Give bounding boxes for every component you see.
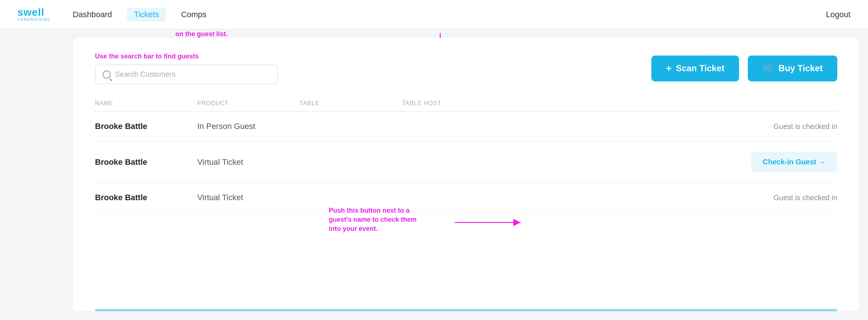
toolbar: Use the search bar to find guests Search… bbox=[95, 53, 837, 84]
scroll-indicator bbox=[95, 309, 837, 311]
guest-product-2: Virtual Ticket bbox=[197, 157, 300, 167]
col-action bbox=[548, 100, 837, 107]
guest-product-3: Virtual Ticket bbox=[197, 193, 300, 202]
search-box[interactable]: Search Customers bbox=[95, 65, 278, 84]
checked-in-label-1: Guest is checked in bbox=[773, 122, 837, 130]
sidebar bbox=[0, 29, 73, 320]
col-host: TABLE HOST bbox=[402, 100, 548, 107]
cart-icon: 🛒 bbox=[762, 63, 774, 74]
checked-in-label-3: Guest is checked in bbox=[773, 194, 837, 202]
nav-tickets[interactable]: Tickets bbox=[127, 8, 167, 22]
table-header: NAME PRODUCT TABLE TABLE HOST bbox=[95, 96, 837, 111]
table-row: Brooke Battle In Person Guest Guest is c… bbox=[95, 111, 837, 142]
navbar: swell FUNDRAISING Dashboard Tickets Comp… bbox=[0, 0, 868, 29]
guest-action-2: Check-in Guest → bbox=[548, 152, 837, 172]
col-name: NAME bbox=[95, 100, 197, 107]
checkin-guest-button[interactable]: Check-in Guest → bbox=[751, 152, 837, 172]
search-wrap: Use the search bar to find guests Search… bbox=[95, 53, 351, 84]
scan-ticket-button[interactable]: + Scan Ticket bbox=[651, 56, 739, 81]
nav-comps[interactable]: Comps bbox=[181, 10, 206, 19]
nav-links: Dashboard Tickets Comps bbox=[73, 8, 826, 22]
table-row: Brooke Battle Virtual Ticket Guest is ch… bbox=[95, 183, 837, 213]
search-icon bbox=[103, 71, 111, 79]
scan-icon: + bbox=[666, 63, 671, 74]
guest-action-1: Guest is checked in bbox=[548, 122, 837, 131]
guest-action-3: Guest is checked in bbox=[548, 194, 837, 202]
search-label: Use the search bar to find guests bbox=[95, 53, 351, 60]
logo-fundraising: FUNDRAISING bbox=[18, 18, 51, 22]
guest-name-3: Brooke Battle bbox=[95, 193, 197, 202]
guest-name-1: Brooke Battle bbox=[95, 122, 197, 131]
col-table: TABLE bbox=[300, 100, 402, 107]
logo: swell FUNDRAISING bbox=[18, 7, 51, 22]
main-content: Use the search bar to find guests Search… bbox=[73, 38, 859, 311]
nav-dashboard[interactable]: Dashboard bbox=[73, 10, 112, 19]
logout-button[interactable]: Logout bbox=[826, 10, 850, 19]
logo-swell: swell bbox=[18, 7, 44, 18]
buy-ticket-button[interactable]: 🛒 Buy Ticket bbox=[748, 56, 837, 81]
action-buttons: + Scan Ticket 🛒 Buy Ticket bbox=[651, 56, 837, 81]
buy-ticket-label: Buy Ticket bbox=[778, 63, 823, 73]
main-layout: Use the search bar to find guests Search… bbox=[0, 29, 868, 320]
table-row: Brooke Battle Virtual Ticket Check-in Gu… bbox=[95, 142, 837, 183]
guest-product-1: In Person Guest bbox=[197, 122, 300, 131]
scan-ticket-label: Scan Ticket bbox=[676, 63, 724, 73]
col-product: PRODUCT bbox=[197, 100, 300, 107]
search-placeholder: Search Customers bbox=[115, 70, 176, 79]
guest-name-2: Brooke Battle bbox=[95, 157, 197, 167]
checkin-arrow bbox=[453, 217, 526, 228]
